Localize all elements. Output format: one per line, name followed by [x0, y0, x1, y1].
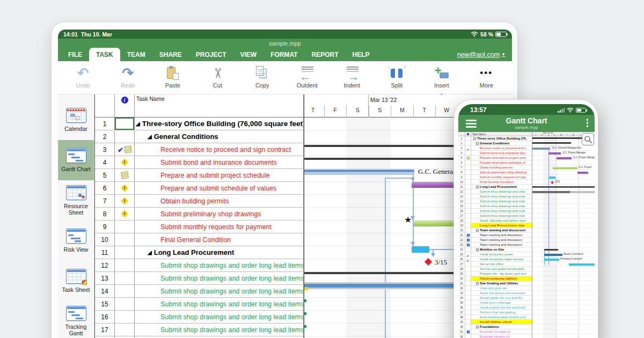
paste-button[interactable]: Paste — [150, 61, 195, 94]
row-indicators[interactable] — [115, 298, 135, 310]
split-button[interactable]: Split — [375, 61, 420, 94]
row-number[interactable]: 12 — [458, 189, 465, 194]
row-number[interactable]: 10 — [458, 180, 465, 184]
row-number[interactable]: 4 — [95, 156, 115, 168]
task-name-cell[interactable]: Stone site access and temporar — [471, 291, 532, 295]
menu-item[interactable]: REPORT — [305, 48, 346, 61]
menu-item[interactable]: VIEW — [233, 48, 264, 61]
gantt-shape[interactable] — [532, 142, 571, 144]
row-number[interactable]: 16 — [458, 209, 465, 213]
phone-table-row[interactable]: 4 Submit bond and insurance doc — [458, 151, 532, 156]
row-number[interactable]: 23 — [458, 243, 465, 247]
table-row[interactable]: 16 Submit shop drawings and order long l… — [95, 311, 304, 324]
gantt-shape[interactable] — [544, 249, 558, 251]
task-name-cell[interactable]: Final General Condition — [471, 180, 532, 184]
row-number[interactable]: 37 — [458, 310, 465, 314]
row-number[interactable]: 21 — [458, 233, 465, 237]
task-name-cell[interactable]: Submit bond and insurance doc — [471, 151, 532, 155]
gantt-shape[interactable] — [544, 251, 545, 264]
row-indicators[interactable] — [465, 199, 471, 203]
row-indicators[interactable] — [465, 175, 471, 179]
row-number[interactable]: 20 — [458, 228, 465, 232]
task-name-cell[interactable]: Prepare and submit schedule of — [471, 160, 532, 165]
task-name-cell[interactable]: Prepare and submit schedule of values — [135, 182, 304, 194]
task-name-cell[interactable]: Submit monthly requests for pay — [471, 175, 532, 179]
gantt-shape[interactable] — [569, 263, 595, 266]
gantt-shape[interactable] — [548, 177, 555, 179]
sidebar-item-tracking-gantt[interactable]: Tracking Gantt — [58, 301, 94, 338]
hamburger-menu-icon[interactable] — [466, 120, 477, 128]
task-name-cell[interactable]: Submit bond and insurance documents — [135, 156, 304, 168]
row-number[interactable]: 5 — [458, 156, 465, 160]
row-number[interactable]: 7 — [95, 195, 115, 207]
row-indicators[interactable] — [465, 228, 471, 232]
undo-button[interactable]: ↶ Undo — [61, 61, 106, 94]
phone-table-row[interactable]: 40 Foundations — [458, 325, 532, 329]
task-name-cell[interactable]: Submit shop drawings and orde — [471, 194, 532, 199]
task-name-cell[interactable]: General Conditions — [471, 141, 532, 145]
gantt-shape[interactable] — [304, 299, 306, 302]
row-indicators[interactable] — [465, 238, 471, 242]
row-indicators[interactable] — [115, 246, 135, 259]
row-indicators[interactable] — [465, 320, 471, 324]
copy-button[interactable]: Copy — [240, 61, 285, 94]
task-name-cell[interactable]: Three-story Office Building (76,000 squa… — [135, 117, 304, 130]
row-indicators[interactable] — [115, 221, 135, 233]
phone-table-row[interactable]: 29 Prepare site - lay down yard and — [458, 271, 532, 276]
sidebar-item-gantt-chart[interactable]: Gantt Chart — [58, 140, 94, 180]
row-number[interactable]: 3 — [458, 146, 465, 150]
phone-table-row[interactable]: 6 Prepare and submit schedule of — [458, 160, 532, 165]
row-number[interactable]: 14 — [95, 285, 115, 297]
gantt-shape[interactable]: G.C. Project Manager — [573, 156, 595, 159]
task-name-cell[interactable]: Submit shop drawings and order long lead… — [135, 324, 304, 336]
gantt-shape[interactable]: G.C. Project Manager — [562, 151, 586, 154]
row-indicators[interactable] — [465, 286, 471, 290]
row-indicators[interactable] — [465, 281, 471, 285]
phone-table-row[interactable]: 1 Three-story Office Building (76, — [458, 136, 532, 141]
row-number[interactable]: 17 — [95, 324, 115, 336]
gantt-shape[interactable] — [385, 178, 413, 179]
row-indicators[interactable] — [115, 182, 135, 194]
phone-table-row[interactable]: 10 Final General Condition — [458, 180, 532, 185]
task-name-cell[interactable]: Final General Condition — [135, 233, 304, 246]
phone-table-row[interactable]: 26 Install temporary water service — [458, 257, 532, 262]
row-indicators[interactable] — [115, 156, 135, 168]
task-name-cell[interactable]: Detail, fabricate and deliver stee — [471, 218, 532, 223]
gantt-shape[interactable]: G.C. General Management — [552, 146, 581, 149]
indent-button[interactable]: → Indent — [330, 61, 375, 94]
gantt-shape[interactable] — [304, 312, 306, 315]
gantt-shape[interactable]: G.C. Project — [579, 166, 592, 168]
row-number[interactable]: 33 — [458, 291, 465, 295]
row-number[interactable]: 14 — [458, 199, 465, 203]
row-number[interactable]: 18 — [458, 218, 465, 223]
row-indicators[interactable] — [465, 276, 471, 281]
row-number[interactable]: 1 — [95, 117, 115, 130]
row-indicators[interactable] — [465, 291, 471, 295]
phone-table-row[interactable]: 23 Team meeting and discussion — [458, 243, 532, 247]
row-indicators[interactable] — [465, 189, 471, 194]
phone-table-row[interactable]: 25 Install temporary power — [458, 252, 532, 257]
search-button[interactable] — [582, 133, 594, 145]
row-indicators[interactable] — [115, 272, 135, 284]
menu-item[interactable]: FILE — [61, 48, 89, 61]
row-number[interactable]: 9 — [95, 221, 115, 233]
task-name-cell[interactable]: Submit preliminary shop drawing — [471, 170, 532, 174]
task-name-cell[interactable]: Prepare and submit project schedule — [135, 169, 304, 181]
row-number[interactable]: 32 — [458, 286, 465, 290]
row-indicators[interactable] — [465, 214, 471, 218]
row-indicators[interactable] — [465, 271, 471, 276]
row-number[interactable]: 6 — [458, 160, 465, 165]
task-name-cell[interactable]: Submit preliminary shop drawings — [135, 208, 304, 220]
gantt-shape[interactable] — [433, 249, 434, 253]
task-name-cell[interactable]: Long Lead Procurement — [471, 185, 532, 189]
row-indicators[interactable] — [465, 243, 471, 247]
table-row[interactable]: 15 Submit shop drawings and order long l… — [95, 298, 304, 311]
task-name-cell[interactable]: Submit shop drawings and order long lead… — [135, 272, 304, 284]
row-indicators[interactable] — [115, 324, 135, 336]
row-number[interactable]: 8 — [95, 208, 115, 220]
gantt-shape[interactable]: 3/15 — [435, 258, 447, 267]
task-name-cell[interactable]: Prepare and submit project sche — [471, 156, 532, 160]
gantt-shape[interactable] — [532, 137, 586, 139]
phone-table-row[interactable]: 33 Stone site access and temporar — [458, 291, 532, 296]
phone-table-row[interactable]: 37 Perform final site grading — [458, 310, 532, 315]
